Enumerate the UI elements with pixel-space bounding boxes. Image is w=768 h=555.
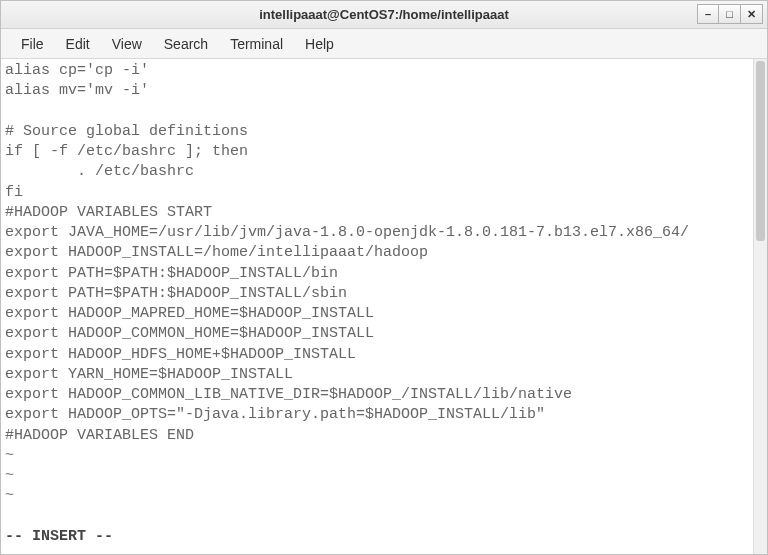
window-title: intellipaaat@CentOS7:/home/intellipaaat [259,7,509,22]
maximize-button[interactable]: □ [719,4,741,24]
scrollbar-track[interactable] [753,59,767,554]
close-button[interactable]: ✕ [741,4,763,24]
menu-help[interactable]: Help [295,32,344,56]
menu-search[interactable]: Search [154,32,218,56]
vim-tilde: ~ [5,447,14,464]
vim-tilde: ~ [5,487,14,504]
titlebar: intellipaaat@CentOS7:/home/intellipaaat … [1,1,767,29]
menubar: File Edit View Search Terminal Help [1,29,767,59]
window-controls: – □ ✕ [697,4,763,24]
terminal-area: alias cp='cp -i' alias mv='mv -i' # Sour… [1,59,767,554]
vim-status-line: -- INSERT -- [5,528,113,545]
menu-terminal[interactable]: Terminal [220,32,293,56]
menu-view[interactable]: View [102,32,152,56]
minimize-button[interactable]: – [697,4,719,24]
terminal-content[interactable]: alias cp='cp -i' alias mv='mv -i' # Sour… [1,59,753,554]
terminal-window: intellipaaat@CentOS7:/home/intellipaaat … [0,0,768,555]
vim-tilde: ~ [5,467,14,484]
editor-text: alias cp='cp -i' alias mv='mv -i' # Sour… [5,62,689,444]
scrollbar-thumb[interactable] [756,61,765,241]
menu-file[interactable]: File [11,32,54,56]
menu-edit[interactable]: Edit [56,32,100,56]
